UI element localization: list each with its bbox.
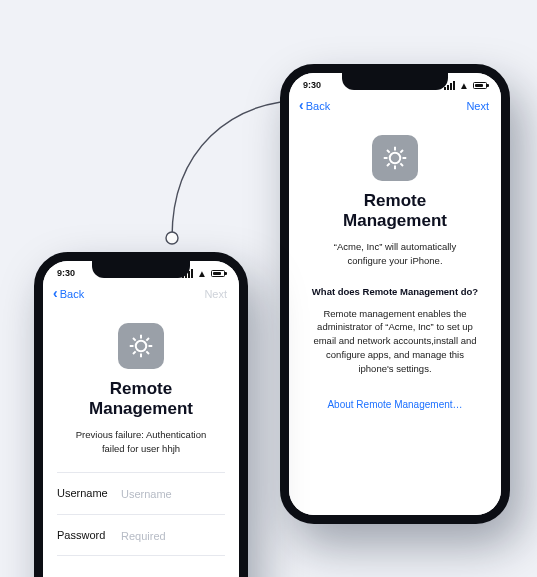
battery-icon <box>473 82 487 89</box>
gear-icon <box>372 135 418 181</box>
svg-point-0 <box>166 232 178 244</box>
section-heading: What does Remote Management do? <box>303 286 487 297</box>
phone-info: 9:30 ▲ ‹ Back Next Remote Management <box>280 64 510 524</box>
password-input[interactable] <box>121 530 225 542</box>
status-time: 9:30 <box>57 268 75 278</box>
notch <box>342 72 448 90</box>
back-button[interactable]: ‹ Back <box>53 287 84 301</box>
error-text: Previous failure: Authentication failed … <box>67 428 215 456</box>
battery-icon <box>211 270 225 277</box>
password-row: Password <box>57 514 225 556</box>
login-form: Username Password <box>57 472 225 556</box>
page-title: Remote Management <box>73 379 209 418</box>
username-input[interactable] <box>121 488 225 500</box>
next-button[interactable]: Next <box>466 100 489 112</box>
wifi-icon: ▲ <box>197 268 207 279</box>
notch <box>92 260 190 278</box>
next-button-disabled: Next <box>204 288 227 300</box>
status-time: 9:30 <box>303 80 321 90</box>
password-label: Password <box>57 529 121 541</box>
gear-icon <box>118 323 164 369</box>
chevron-left-icon: ‹ <box>299 98 304 112</box>
svg-point-3 <box>136 341 147 352</box>
username-label: Username <box>57 487 121 499</box>
wifi-icon: ▲ <box>459 80 469 91</box>
back-label: Back <box>60 288 84 300</box>
about-link[interactable]: About Remote Management… <box>327 399 462 410</box>
description-text: Remote management enables the administra… <box>313 307 477 376</box>
chevron-left-icon: ‹ <box>53 286 58 300</box>
phone-login: 9:30 ▲ ‹ Back Next Remote Management <box>34 252 248 577</box>
page-title: Remote Management <box>319 191 471 230</box>
back-button[interactable]: ‹ Back <box>299 99 330 113</box>
username-row: Username <box>57 472 225 514</box>
back-label: Back <box>306 100 330 112</box>
subtitle-text: “Acme, Inc” will automatically configure… <box>313 240 477 268</box>
svg-point-2 <box>390 153 401 164</box>
